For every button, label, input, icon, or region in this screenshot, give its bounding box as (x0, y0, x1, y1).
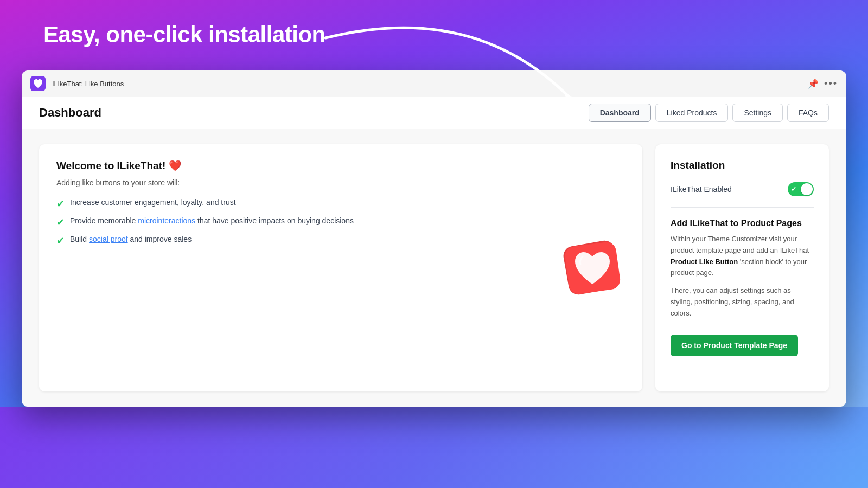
more-options-icon: ••• (824, 78, 838, 89)
tab-faqs[interactable]: FAQs (787, 104, 829, 122)
check-icon: ✔ (56, 235, 65, 247)
heart-illustration (560, 235, 625, 300)
add-section-description: Within your Theme Customizer visit your … (671, 234, 814, 279)
add-section-description-2: There, you can adjust settings such as s… (671, 285, 814, 319)
toggle-label: ILikeThat Enabled (671, 185, 732, 194)
list-item: ✔ Build social proof and improve sales (56, 235, 625, 247)
tab-settings[interactable]: Settings (732, 104, 783, 122)
list-item: ✔ Provide memorable microinteractions th… (56, 216, 625, 228)
welcome-title: Welcome to ILikeThat! ❤️ (56, 159, 625, 172)
page-title: Dashboard (39, 106, 101, 120)
check-icon: ✔ (56, 198, 65, 210)
tab-dashboard[interactable]: Dashboard (589, 104, 651, 122)
enable-toggle[interactable]: ✓ (788, 182, 814, 196)
add-section-title: Add ILikeThat to Product Pages (671, 219, 814, 228)
app-logo (30, 76, 46, 91)
browser-actions: 📌 ••• (808, 78, 838, 89)
installation-card: Installation ILikeThat Enabled ✓ Add ILi… (655, 144, 829, 391)
check-icon: ✔ (56, 216, 65, 228)
toggle-row: ILikeThat Enabled ✓ (671, 182, 814, 196)
list-item: ✔ Increase customer engagement, loyalty,… (56, 198, 625, 210)
go-to-template-button[interactable]: Go to Product Template Page (671, 335, 798, 356)
add-section: Add ILikeThat to Product Pages Within yo… (671, 219, 814, 319)
nav-tabs: Dashboard Liked Products Settings FAQs (589, 104, 829, 122)
microinteractions-link[interactable]: microinteractions (138, 216, 195, 225)
tab-liked-products[interactable]: Liked Products (655, 104, 729, 122)
social-proof-link[interactable]: social proof (89, 235, 128, 243)
installation-title: Installation (671, 159, 814, 171)
feature-text-3: Build social proof and improve sales (70, 235, 192, 243)
toggle-knob (801, 183, 813, 195)
welcome-card: Welcome to ILikeThat! ❤️ Adding like but… (39, 144, 642, 391)
welcome-subtitle: Adding like buttons to your store will: (56, 178, 625, 187)
app-content: Dashboard Dashboard Liked Products Setti… (22, 97, 846, 407)
feature-text-1: Increase customer engagement, loyalty, a… (70, 198, 236, 207)
bold-text: Product Like Button (671, 258, 738, 266)
feature-list: ✔ Increase customer engagement, loyalty,… (56, 198, 625, 247)
svg-marker-0 (564, 95, 580, 111)
pin-icon: 📌 (808, 79, 819, 89)
arrow-decoration (315, 16, 597, 136)
divider (671, 207, 814, 208)
feature-text-2: Provide memorable microinteractions that… (70, 216, 354, 225)
bottom-gradient (0, 407, 868, 488)
main-area: Welcome to ILikeThat! ❤️ Adding like but… (22, 129, 846, 407)
hero-text: Easy, one-click installation (43, 22, 326, 48)
toggle-check-icon: ✓ (791, 185, 796, 193)
